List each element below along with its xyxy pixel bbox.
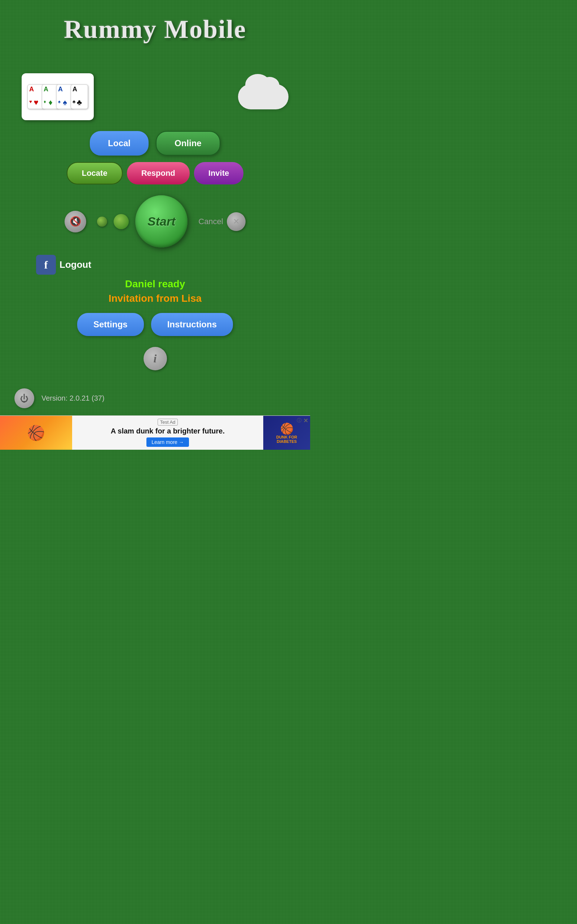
respond-button[interactable]: Respond bbox=[127, 162, 190, 184]
cancel-icon: ✕ bbox=[233, 217, 239, 226]
daniel-ready-status: Daniel ready bbox=[125, 278, 185, 290]
settings-button[interactable]: Settings bbox=[77, 313, 144, 336]
ad-close-button[interactable]: ✕ bbox=[303, 417, 308, 424]
facebook-icon[interactable]: f bbox=[36, 255, 56, 275]
ad-info-icon[interactable]: ⓘ bbox=[297, 417, 301, 424]
cancel-button[interactable]: ✕ bbox=[227, 212, 246, 231]
cancel-area: Cancel ✕ bbox=[198, 212, 245, 231]
ad-basketball-icon: 🏀 bbox=[27, 425, 45, 441]
start-label: Start bbox=[148, 215, 175, 228]
ad-tag: Test Ad bbox=[158, 419, 178, 426]
cancel-text: Cancel bbox=[198, 217, 223, 226]
cards-image: A ♥ ♥ A ♦ ♦ A ♠ ♠ A ♣ ♣ bbox=[22, 73, 94, 120]
card-clubs: A ♣ ♣ bbox=[71, 84, 88, 109]
start-inner: Start bbox=[97, 195, 187, 247]
mute-icon: 🔇 bbox=[69, 216, 81, 227]
bottom-buttons-row: Settings Instructions bbox=[77, 313, 233, 336]
local-button[interactable]: Local bbox=[90, 131, 148, 155]
invite-button[interactable]: Invite bbox=[194, 162, 243, 184]
power-icon: ⏻ bbox=[20, 393, 29, 404]
invitation-text: Invitation from Lisa bbox=[108, 293, 201, 304]
ad-headline: A slam dunk for a brighter future. bbox=[111, 427, 225, 435]
ad-content: Test Ad A slam dunk for a brighter futur… bbox=[72, 417, 263, 449]
mode-buttons-row: Local Online bbox=[90, 131, 220, 155]
online-button[interactable]: Online bbox=[156, 131, 220, 155]
bottom-row: ⏻ Version: 2.0.21 (37) bbox=[0, 388, 310, 408]
info-button[interactable]: i bbox=[143, 347, 167, 370]
version-text: Version: 2.0.21 (37) bbox=[42, 394, 105, 402]
mute-button[interactable]: 🔇 bbox=[64, 211, 86, 233]
cards-cloud-row: A ♥ ♥ A ♦ ♦ A ♠ ♠ A ♣ ♣ bbox=[0, 73, 310, 120]
ad-banner: 🏀 Test Ad A slam dunk for a brighter fut… bbox=[0, 415, 310, 450]
card-fan: A ♥ ♥ A ♦ ♦ A ♠ ♠ A ♣ ♣ bbox=[27, 84, 88, 109]
game-option-buttons-row: Locate Respond Invite bbox=[67, 162, 244, 184]
dot-medium bbox=[114, 214, 129, 229]
ad-learn-more-button[interactable]: Learn more → bbox=[147, 438, 189, 447]
app-title: Rummy Mobile bbox=[64, 15, 246, 44]
dot-small bbox=[97, 216, 107, 227]
power-button[interactable]: ⏻ bbox=[15, 388, 34, 408]
ad-logo-text: DUNK FOR DIABETES bbox=[266, 435, 307, 444]
locate-button[interactable]: Locate bbox=[67, 162, 122, 184]
start-area: 🔇 Start Cancel ✕ bbox=[0, 195, 310, 247]
ad-image: 🏀 bbox=[0, 416, 72, 450]
social-row: f Logout bbox=[0, 255, 310, 275]
info-icon: i bbox=[154, 352, 157, 365]
logout-button[interactable]: Logout bbox=[60, 259, 91, 270]
cloud-decoration bbox=[238, 84, 288, 109]
instructions-button[interactable]: Instructions bbox=[151, 313, 233, 336]
start-button[interactable]: Start bbox=[135, 195, 187, 247]
